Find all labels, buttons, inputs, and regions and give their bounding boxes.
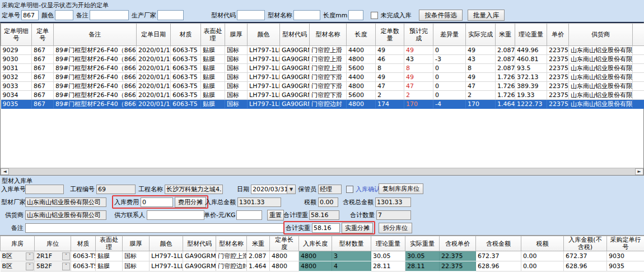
cell[interactable]: GA90GRM04 bbox=[280, 82, 310, 91]
column-header[interactable]: 备注 bbox=[54, 24, 137, 46]
cell[interactable]: 2020/01/13 bbox=[137, 64, 171, 73]
remark-input[interactable] bbox=[90, 10, 129, 20]
cell[interactable]: 47 bbox=[466, 82, 496, 91]
column-header[interactable]: 定单数量 bbox=[376, 24, 404, 46]
cell[interactable]: 49 bbox=[404, 73, 433, 82]
cell[interactable]: 2R1F˅ bbox=[35, 251, 71, 261]
cell[interactable]: 贴膜 bbox=[201, 55, 225, 64]
cell[interactable]: 628.96 bbox=[476, 261, 521, 272]
cell[interactable]: LH797-1LL0 bbox=[248, 73, 280, 82]
table-row[interactable]: 903086789#门框型材F26-F40（866+867）2020/01/13… bbox=[1, 55, 644, 64]
cell[interactable]: 47 bbox=[404, 82, 433, 91]
cell[interactable]: 93.5 bbox=[515, 64, 547, 73]
cell[interactable]: 门帘腔边封 bbox=[216, 261, 247, 272]
cell[interactable]: -3 bbox=[433, 55, 466, 64]
cell[interactable]: 4800 bbox=[347, 100, 376, 109]
cell[interactable]: 贴膜 bbox=[201, 73, 225, 82]
table-row[interactable]: 903186789#门框型材F26-F40（866+867）2020/01/13… bbox=[1, 64, 644, 73]
cell[interactable]: 0.00 bbox=[521, 261, 564, 272]
cell[interactable]: 山东南山铝业股份有限公司 bbox=[569, 73, 633, 82]
column-header[interactable]: 膜厚 bbox=[225, 24, 248, 46]
cell[interactable]: 170 bbox=[466, 100, 496, 109]
column-header[interactable]: 供货商 bbox=[569, 24, 633, 46]
cell[interactable]: 867 bbox=[32, 82, 54, 91]
cell[interactable]: 49 bbox=[466, 73, 496, 82]
cell[interactable]: 4800 bbox=[270, 251, 299, 261]
cell[interactable]: 4400 bbox=[347, 73, 376, 82]
cell[interactable]: 国标 bbox=[123, 251, 150, 261]
cell[interactable]: 门帘腔上滑 bbox=[310, 46, 347, 55]
cell[interactable]: 门帘腔上滑 bbox=[310, 55, 347, 64]
cell[interactable]: 22375 bbox=[547, 100, 569, 109]
project-name-input[interactable] bbox=[165, 185, 223, 194]
profile-manufacturer-input[interactable] bbox=[25, 197, 106, 207]
cell[interactable]: GA90GRM05 bbox=[183, 261, 216, 272]
column-header[interactable]: 定单明细号 bbox=[1, 24, 32, 46]
cell[interactable]: GA90GRM03 bbox=[183, 251, 216, 261]
cell[interactable]: 89#门框型材F26-F40（866+867） bbox=[54, 100, 137, 109]
supplier-contact-input[interactable] bbox=[147, 210, 204, 220]
cell[interactable]: 6063-T5 bbox=[171, 82, 201, 91]
form-remark-input[interactable] bbox=[25, 223, 284, 233]
cell[interactable]: 30.05 bbox=[371, 251, 405, 261]
cell[interactable]: 门帘腔下滑 bbox=[310, 73, 347, 82]
cell[interactable]: 6063-T5 bbox=[171, 91, 201, 100]
cell[interactable]: 22.375 bbox=[440, 251, 476, 261]
cell[interactable]: 0.00 bbox=[521, 251, 564, 261]
cell[interactable]: 2020/01/13 bbox=[137, 91, 171, 100]
cell[interactable]: 89#门框型材F26-F40（866+867） bbox=[54, 82, 137, 91]
cell[interactable] bbox=[633, 73, 644, 82]
column-header[interactable]: 理论重量 bbox=[371, 236, 405, 251]
column-header[interactable]: 膜厚 bbox=[123, 236, 150, 251]
cell[interactable]: 5600 bbox=[347, 64, 376, 73]
table-row[interactable]: 903386789#门框型材F26-F40（866+867）2020/01/13… bbox=[1, 82, 644, 91]
cell[interactable]: 22375 bbox=[547, 46, 569, 55]
cell[interactable]: 国标 bbox=[225, 91, 248, 100]
batch-inbound-button[interactable]: 批量入库 bbox=[468, 10, 505, 21]
table-row[interactable]: B区˅2R1F˅6063-T5贴膜国标LH797-1LL0GA90GRM03门帘… bbox=[1, 251, 644, 261]
cell[interactable]: 4800 bbox=[299, 251, 332, 261]
column-header[interactable]: 差异量 bbox=[433, 24, 466, 46]
column-header[interactable]: 颜色 bbox=[150, 236, 183, 251]
table-row[interactable]: 903286789#门框型材F26-F40（866+867）2020/01/13… bbox=[1, 73, 644, 82]
cell[interactable]: 22.375 bbox=[440, 261, 476, 272]
cell[interactable]: 2.087 bbox=[496, 55, 515, 64]
cell[interactable]: 6063-T5 bbox=[171, 46, 201, 55]
cell[interactable]: 49 bbox=[466, 46, 496, 55]
cell[interactable]: 9030 bbox=[1, 55, 32, 64]
cell[interactable]: 672.37 bbox=[564, 251, 607, 261]
column-header[interactable]: 含税单价 bbox=[440, 236, 476, 251]
column-header[interactable]: 定单号 bbox=[32, 24, 54, 46]
column-header[interactable]: 入库金额(不含税) bbox=[564, 236, 607, 251]
cell[interactable]: 门帘腔上滑 bbox=[216, 251, 247, 261]
cell[interactable]: 山东南山铝业股份有限公司 bbox=[569, 82, 633, 91]
cell[interactable]: 0 bbox=[433, 64, 466, 73]
column-header[interactable]: 理论重量 bbox=[515, 24, 547, 46]
cell[interactable]: 389.39 bbox=[515, 82, 547, 91]
column-header[interactable]: 表面处理 bbox=[201, 24, 225, 46]
cell[interactable]: 2020/01/13 bbox=[137, 46, 171, 55]
column-header[interactable]: 库房 bbox=[1, 236, 35, 251]
cell[interactable]: 6063-T5 bbox=[71, 261, 96, 272]
cell[interactable]: 628.96 bbox=[564, 261, 607, 272]
cell[interactable]: 174 bbox=[376, 100, 404, 109]
cell[interactable]: 89#门框型材F26-F40（866+867） bbox=[54, 46, 137, 55]
scroll-right-icon[interactable]: ► bbox=[635, 168, 643, 175]
cell[interactable]: GA90GRM03 bbox=[280, 46, 310, 55]
column-header[interactable]: 单价 bbox=[547, 24, 569, 46]
cell[interactable]: 867 bbox=[32, 91, 54, 100]
cell[interactable]: 28.11 bbox=[405, 261, 440, 272]
cell[interactable]: 门帘腔上滑 bbox=[310, 64, 347, 73]
table-row[interactable]: 903586789#门框型材F26-F40（866+867）2020/01/13… bbox=[1, 100, 644, 109]
total-qty-input[interactable] bbox=[376, 210, 411, 220]
cell[interactable]: 49 bbox=[376, 73, 404, 82]
column-header[interactable]: 颜色 bbox=[248, 24, 280, 46]
cell[interactable]: 2020/01/13 bbox=[137, 55, 171, 64]
cell[interactable]: 867 bbox=[32, 73, 54, 82]
cell[interactable]: 22375 bbox=[547, 91, 569, 100]
cell[interactable]: 8 bbox=[466, 64, 496, 73]
cell[interactable]: 门帘腔下滑 bbox=[310, 82, 347, 91]
cell[interactable]: 0 bbox=[433, 82, 466, 91]
cell[interactable]: 国标 bbox=[225, 100, 248, 109]
cell[interactable]: 4800 bbox=[347, 55, 376, 64]
